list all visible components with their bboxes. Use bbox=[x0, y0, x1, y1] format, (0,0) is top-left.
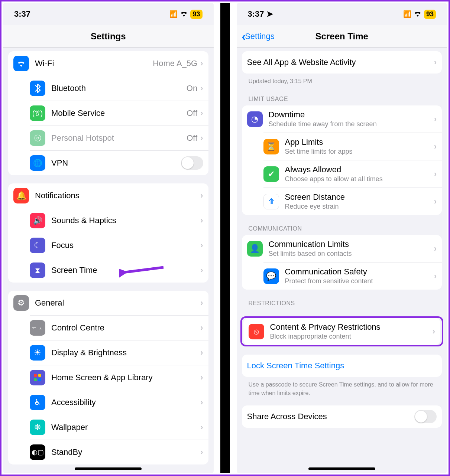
page-title: Screen Time bbox=[315, 31, 368, 42]
highlight-annotation: ⦸Content & Privacy RestrictionsBlock ina… bbox=[240, 316, 444, 346]
share-across-devices-row[interactable]: Share Across Devices bbox=[242, 405, 442, 428]
toggle-switch[interactable] bbox=[414, 410, 437, 423]
screenshot-pair: 3:37 📶 93 Settings Wi-FiHome A_5G›Blueto… bbox=[0, 0, 450, 476]
settings-group: ⦸Content & Privacy RestrictionsBlock ina… bbox=[243, 318, 441, 345]
row-value: Home A_5G bbox=[153, 59, 197, 68]
see-all-activity-row[interactable]: See All App & Website Activity› bbox=[242, 51, 442, 74]
back-button[interactable]: ‹ Settings bbox=[242, 30, 275, 42]
row-app-limits[interactable]: ⏳App LimitsSet time limits for apps› bbox=[263, 133, 442, 160]
row-label: VPN bbox=[51, 158, 181, 168]
settings-row-bluetooth[interactable]: BluetoothOn› bbox=[30, 76, 208, 101]
lock-screentime-row[interactable]: Lock Screen Time Settings bbox=[242, 355, 442, 377]
vpn-icon: 🌐 bbox=[30, 155, 45, 171]
row-content-privacy-restrictions[interactable]: ⦸Content & Privacy RestrictionsBlock ina… bbox=[243, 318, 441, 345]
chevron-right-icon: › bbox=[434, 142, 437, 151]
settings-row-wi-fi[interactable]: Wi-FiHome A_5G› bbox=[8, 51, 208, 76]
row-subtitle: Set limits based on contacts bbox=[269, 250, 434, 258]
settings-row-wallpaper[interactable]: ❋Wallpaper› bbox=[30, 415, 208, 440]
chevron-right-icon: › bbox=[200, 423, 203, 432]
row-label: Accessibility bbox=[51, 398, 200, 407]
row-communication-limits[interactable]: 👤Communication LimitsSet limits based on… bbox=[242, 235, 442, 262]
activity-group: See All App & Website Activity› bbox=[242, 51, 442, 74]
settings-row-vpn[interactable]: 🌐VPN bbox=[30, 150, 208, 175]
settings-row-personal-hotspot[interactable]: ⦾Personal HotspotOff› bbox=[30, 125, 208, 150]
row-label: Home Screen & App Library bbox=[51, 373, 200, 382]
settings-row-notifications[interactable]: 🔔Notifications› bbox=[8, 183, 208, 208]
chevron-right-icon: › bbox=[200, 84, 203, 93]
svg-rect-4 bbox=[38, 378, 41, 381]
svg-rect-1 bbox=[34, 374, 37, 377]
battery-icon: 93 bbox=[190, 10, 202, 19]
row-label: Wi-Fi bbox=[35, 59, 153, 68]
chevron-right-icon: › bbox=[200, 348, 203, 358]
chevron-right-icon: › bbox=[200, 323, 203, 333]
row-value: Off bbox=[187, 133, 197, 143]
row-screen-distance[interactable]: ⤊Screen DistanceReduce eye strain› bbox=[263, 188, 442, 215]
toggles-icon: ⫟⫠ bbox=[30, 320, 45, 336]
navbar-screentime: ‹ Settings Screen Time bbox=[237, 25, 447, 48]
row-label: Display & Brightness bbox=[51, 348, 200, 358]
row-label: Personal Hotspot bbox=[51, 133, 187, 143]
settings-group: ◔DowntimeSchedule time away from the scr… bbox=[242, 105, 442, 215]
status-bar: 3:37 📶 93 bbox=[3, 3, 214, 25]
chevron-right-icon: › bbox=[200, 216, 203, 225]
share-group: Share Across Devices bbox=[242, 405, 442, 428]
row-title: Communication Safety bbox=[285, 267, 434, 277]
row-value: On bbox=[187, 84, 197, 93]
settings-row-home-screen-app-library[interactable]: Home Screen & App Library› bbox=[30, 365, 208, 390]
lock-group: Lock Screen Time Settings bbox=[242, 355, 442, 377]
wifi-icon bbox=[414, 9, 422, 19]
safety-icon: 💬 bbox=[263, 268, 279, 284]
settings-group: Wi-FiHome A_5G›BluetoothOn›(ꔢ)Mobile Ser… bbox=[8, 51, 208, 175]
chevron-right-icon: › bbox=[434, 244, 437, 254]
screentime-scroll[interactable]: See All App & Website Activity›Updated t… bbox=[237, 48, 447, 473]
settings-row-display-brightness[interactable]: ☀Display & Brightness› bbox=[30, 340, 208, 365]
svg-rect-3 bbox=[34, 378, 37, 381]
battery-icon: 93 bbox=[424, 10, 436, 19]
settings-row-focus[interactable]: ☾Focus› bbox=[30, 233, 208, 258]
activity-updated: Updated today, 3:15 PM bbox=[242, 74, 442, 85]
settings-row-mobile-service[interactable]: (ꔢ)Mobile ServiceOff› bbox=[30, 101, 208, 125]
row-subtitle: Protect from sensitive content bbox=[285, 277, 434, 285]
status-time: 3:37 ➤ bbox=[248, 9, 273, 19]
sound-icon: 🔊 bbox=[30, 213, 45, 228]
page-title: Settings bbox=[91, 31, 126, 42]
divider bbox=[220, 3, 230, 473]
chevron-right-icon: › bbox=[200, 298, 203, 308]
settings-group: 🔔Notifications›🔊Sounds & Haptics›☾Focus›… bbox=[8, 183, 208, 283]
row-label: Control Centre bbox=[51, 323, 200, 333]
settings-scroll[interactable]: Wi-FiHome A_5G›BluetoothOn›(ꔢ)Mobile Ser… bbox=[3, 48, 214, 473]
home-indicator[interactable] bbox=[308, 467, 375, 470]
cellular-icon: 📶 bbox=[169, 10, 178, 18]
row-subtitle: Set time limits for apps bbox=[285, 148, 434, 156]
settings-row-sounds-haptics[interactable]: 🔊Sounds & Haptics› bbox=[30, 208, 208, 233]
row-title: Content & Privacy Restrictions bbox=[270, 322, 433, 332]
hourglass-icon: ⧗ bbox=[30, 263, 45, 278]
row-communication-safety[interactable]: 💬Communication SafetyProtect from sensit… bbox=[263, 262, 442, 290]
settings-row-control-centre[interactable]: ⫟⫠Control Centre› bbox=[30, 315, 208, 340]
row-always-allowed[interactable]: ✔Always AllowedChoose apps to allow at a… bbox=[263, 160, 442, 188]
chevron-right-icon: › bbox=[200, 398, 203, 407]
row-label: Sounds & Haptics bbox=[51, 216, 200, 225]
chevron-right-icon: › bbox=[434, 169, 437, 179]
settings-row-standby[interactable]: ◐▢StandBy› bbox=[30, 440, 208, 464]
toggle-switch[interactable] bbox=[181, 156, 203, 170]
row-label: StandBy bbox=[51, 447, 200, 457]
settings-row-general[interactable]: ⚙General› bbox=[8, 291, 208, 315]
row-downtime[interactable]: ◔DowntimeSchedule time away from the scr… bbox=[242, 105, 442, 133]
row-title: Downtime bbox=[269, 110, 434, 120]
restrict-icon: ⦸ bbox=[249, 324, 264, 339]
settings-row-accessibility[interactable]: ♿︎Accessibility› bbox=[30, 390, 208, 415]
home-indicator[interactable] bbox=[75, 467, 142, 470]
settings-row-screen-time[interactable]: ⧗Screen Time› bbox=[30, 258, 208, 283]
status-bar: 3:37 ➤ 📶 93 bbox=[237, 3, 447, 25]
antenna-icon: (ꔢ) bbox=[30, 105, 45, 121]
settings-group: ⚙General›⫟⫠Control Centre›☀Display & Bri… bbox=[8, 291, 208, 464]
status-time: 3:37 bbox=[14, 9, 30, 19]
phone-settings: 3:37 📶 93 Settings Wi-FiHome A_5G›Blueto… bbox=[3, 3, 214, 473]
chevron-right-icon: › bbox=[200, 265, 203, 275]
row-label: Mobile Service bbox=[51, 108, 187, 118]
section-header: COMMUNICATION bbox=[242, 215, 442, 235]
row-label: Screen Time bbox=[51, 265, 200, 275]
settings-group: 👤Communication LimitsSet limits based on… bbox=[242, 235, 442, 290]
